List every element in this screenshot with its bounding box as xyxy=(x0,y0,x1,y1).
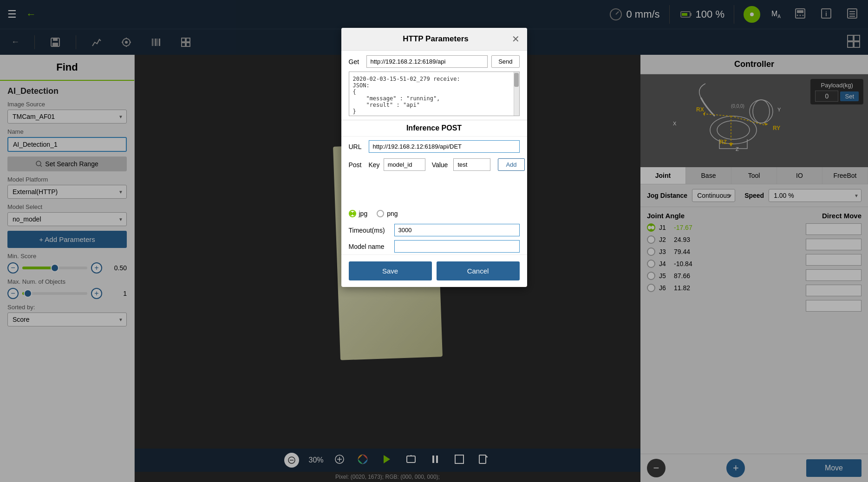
modal-modelname-row: Model name xyxy=(341,238,527,254)
modal-get-input[interactable] xyxy=(366,55,488,68)
modal-key-label: Key xyxy=(369,161,380,169)
modal-value-label: Value xyxy=(432,161,448,169)
modal-inference-title: Inference POST xyxy=(341,120,527,137)
modal-modelname-label: Model name xyxy=(349,243,391,250)
radio-png-circle[interactable] xyxy=(377,210,384,217)
modal-send-button[interactable]: Send xyxy=(491,55,519,68)
modal-scroll-thumb[interactable] xyxy=(514,73,519,87)
modal-timeout-input[interactable] xyxy=(394,224,520,236)
modal-url-row: URL xyxy=(341,137,527,156)
modal-get-label: Get xyxy=(349,58,363,65)
modal-title: HTTP Parameters xyxy=(360,34,512,44)
radio-jpg-circle[interactable] xyxy=(349,210,356,217)
radio-png-label: png xyxy=(387,210,398,217)
modal-timeout-label: Timeout(ms) xyxy=(349,227,391,234)
modal-url-input[interactable] xyxy=(369,140,520,153)
radio-jpg-label: jpg xyxy=(359,210,368,217)
modal-modelname-input[interactable] xyxy=(394,240,520,253)
modal-spacer xyxy=(341,173,527,205)
modal-radio-row: jpg png xyxy=(341,205,527,222)
modal-save-button[interactable]: Save xyxy=(349,261,432,280)
modal-post-row: Post Key Value Add xyxy=(341,156,527,173)
modal-scrollbar[interactable] xyxy=(514,72,519,116)
http-parameters-modal: HTTP Parameters ✕ Get Send 2020-02-03-15… xyxy=(341,28,527,287)
modal-timeout-row: Timeout(ms) xyxy=(341,222,527,238)
modal-post-label: Post xyxy=(349,161,365,169)
modal-footer: Save Cancel xyxy=(341,254,527,287)
modal-get-row: Get Send xyxy=(341,51,527,68)
modal-response-area: 2020-02-03-15-51-02_279 receive: JSON: {… xyxy=(349,72,520,116)
modal-value-input[interactable] xyxy=(453,158,490,171)
radio-png[interactable]: png xyxy=(377,210,398,217)
modal-close-button[interactable]: ✕ xyxy=(512,33,520,45)
modal-header: HTTP Parameters ✕ xyxy=(341,28,527,51)
modal-add-button[interactable]: Add xyxy=(498,158,524,171)
modal-url-label: URL xyxy=(349,143,365,150)
modal-cancel-button[interactable]: Cancel xyxy=(437,261,520,280)
modal-response-text: 2020-02-03-15-51-02_279 receive: JSON: {… xyxy=(349,72,513,116)
radio-jpg[interactable]: jpg xyxy=(349,210,368,217)
modal-key-input[interactable] xyxy=(384,158,425,171)
modal-overlay: HTTP Parameters ✕ Get Send 2020-02-03-15… xyxy=(0,0,868,482)
